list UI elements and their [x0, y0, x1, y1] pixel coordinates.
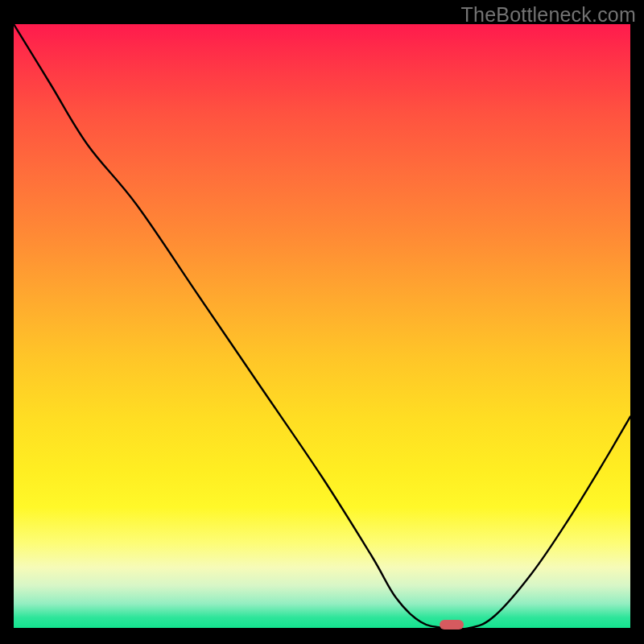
optimal-marker — [440, 620, 464, 630]
plot-area — [14, 24, 630, 628]
watermark-text: TheBottleneck.com — [461, 3, 636, 27]
chart-container: TheBottleneck.com — [0, 0, 644, 644]
